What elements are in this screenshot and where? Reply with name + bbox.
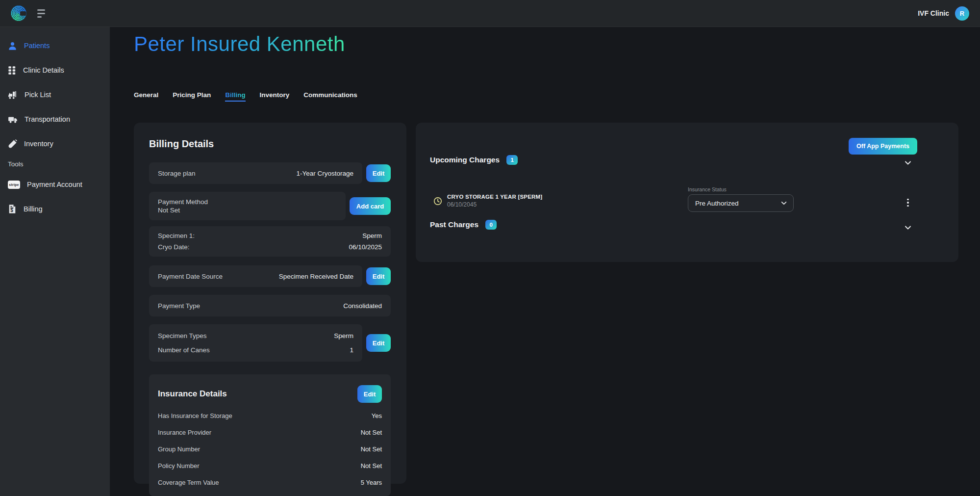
chevron-down-icon[interactable] [904,224,912,232]
payment-type-label: Payment Type [158,302,200,310]
user-avatar[interactable]: R [955,6,969,21]
group-number-label: Group Number [158,445,200,453]
top-bar: IVF Clinic R [0,0,980,27]
sidebar-item-inventory[interactable]: Inventory [8,134,102,154]
sidebar-item-pick-list[interactable]: Pick List [8,85,102,104]
tab-communications[interactable]: Communications [303,91,357,102]
app-root: IVF Clinic R Patients Clinic Details Pic… [0,0,980,496]
charge-name: CRYO STORAGE 1 YEAR [SPERM] [447,194,542,200]
test-tube-icon [8,139,17,149]
charge-actions-menu-icon[interactable] [904,196,912,209]
payment-type-row: Payment Type Consolidated [149,295,391,316]
upcoming-charges-header: Upcoming Charges 1 [430,155,518,165]
insurance-status-select[interactable]: Pre Authorized [688,194,794,212]
past-charges-label: Past Charges [430,220,478,229]
sidebar-item-patients[interactable]: Patients [8,36,102,55]
past-charges-count-badge: 0 [485,220,497,230]
sidebar-item-transportation[interactable]: Transportation [8,109,102,129]
has-insurance-label: Has Insurance for Storage [158,412,232,419]
sidebar-item-label: Clinic Details [23,66,64,74]
tab-general[interactable]: General [134,91,158,102]
insurance-row: Has Insurance for Storage Yes [158,412,382,419]
coverage-term-value: 5 Years [361,479,382,486]
sidebar-item-label: Inventory [24,140,53,148]
payment-date-source-value: Specimen Received Date [279,273,353,280]
insurance-provider-label: Insurance Provider [158,429,211,436]
off-app-payments-button[interactable]: Off App Payments [849,138,917,155]
billing-card-title: Billing Details [149,138,391,150]
payment-method-value: Not Set [158,207,337,214]
past-charges-header: Past Charges 0 [430,220,497,230]
main-content: Peter Insured Kenneth General Pricing Pl… [110,27,980,496]
sidebar-item-label: Transportation [25,115,70,123]
logo-notch [20,11,26,16]
app-logo-icon[interactable] [11,5,26,21]
payment-type-value: Consolidated [343,302,382,310]
sidebar-item-label: Patients [24,42,50,50]
tab-bar: General Pricing Plan Billing Inventory C… [134,91,958,102]
insurance-provider-value: Not Set [361,429,382,436]
payment-date-source-box: Payment Date Source Specimen Received Da… [149,265,362,287]
insurance-status-label: Insurance Status [688,186,794,192]
insurance-row: Insurance Provider Not Set [158,429,382,436]
insurance-details-title: Insurance Details [158,389,227,399]
forklift-icon [8,90,18,100]
policy-number-value: Not Set [361,462,382,470]
charges-panel: Off App Payments Upcoming Charges 1 CRYO… [416,123,958,262]
payment-type-box: Payment Type Consolidated [149,295,391,316]
insurance-edit-button[interactable]: Edit [357,385,382,403]
specimen-types-row: Specimen Types Sperm Number of Canes 1 E… [149,324,391,362]
payment-method-box: Payment Method Not Set [149,192,346,220]
topbar-right: IVF Clinic R [918,6,969,21]
insurance-row: Group Number Not Set [158,445,382,453]
billing-details-card: Billing Details Storage plan 1-Year Cryo… [134,123,406,484]
storage-plan-label: Storage plan [158,170,196,177]
tab-pricing-plan[interactable]: Pricing Plan [173,91,211,102]
payment-date-source-row: Payment Date Source Specimen Received Da… [149,265,391,287]
sidebar-item-clinic-details[interactable]: Clinic Details [8,60,102,80]
specimen-types-value: Sperm [334,332,353,339]
tab-billing[interactable]: Billing [225,91,245,102]
chevron-down-icon [780,200,787,207]
insurance-row: Policy Number Not Set [158,462,382,470]
policy-number-label: Policy Number [158,462,200,470]
charge-text: CRYO STORAGE 1 YEAR [SPERM] 06/10/2045 [447,194,542,208]
stripe-icon: stripe [8,181,20,189]
grid-icon [8,66,16,75]
payment-date-source-edit-button[interactable]: Edit [366,267,391,285]
add-card-button[interactable]: Add card [350,197,391,215]
truck-icon [8,115,18,124]
invoice-icon: $ [8,204,17,214]
person-icon [8,41,17,51]
specimen-1-value: Sperm [362,232,382,239]
storage-plan-edit-button[interactable]: Edit [366,164,391,182]
specimen-box: Specimen 1: Sperm Cryo Date: 06/10/2025 [149,226,391,257]
insurance-details-box: Insurance Details Edit Has Insurance for… [149,374,391,496]
chevron-down-icon[interactable] [904,159,912,167]
sidebar-item-payment-account[interactable]: stripe Payment Account [8,175,102,194]
sidebar-item-label: Payment Account [27,181,82,188]
insurance-row: Coverage Term Value 5 Years [158,479,382,486]
charge-date: 06/10/2045 [447,201,542,208]
insurance-status-value: Pre Authorized [695,200,739,207]
content-row: Billing Details Storage plan 1-Year Cryo… [134,123,958,484]
sidebar-tools-header: Tools [8,160,102,168]
sidebar-item-label: Pick List [25,91,51,99]
has-insurance-value: Yes [372,412,382,419]
menu-toggle-icon[interactable] [37,9,45,18]
clinic-name: IVF Clinic [918,9,949,17]
specimen-types-label: Specimen Types [158,332,207,339]
sidebar: Patients Clinic Details Pick List Transp… [0,27,110,496]
coverage-term-label: Coverage Term Value [158,479,219,486]
sidebar-item-billing[interactable]: $ Billing [8,199,102,219]
upcoming-charge-item[interactable]: CRYO STORAGE 1 YEAR [SPERM] 06/10/2045 [433,194,542,208]
specimen-types-edit-button[interactable]: Edit [366,334,391,352]
tab-inventory[interactable]: Inventory [260,91,290,102]
sidebar-item-label: Billing [24,205,43,213]
storage-plan-box: Storage plan 1-Year Cryostorage [149,162,362,184]
payment-method-row: Payment Method Not Set Add card [149,192,391,220]
upcoming-charges-label: Upcoming Charges [430,156,500,164]
number-of-canes-label: Number of Canes [158,346,210,354]
specimen-types-box: Specimen Types Sperm Number of Canes 1 [149,324,362,362]
number-of-canes-value: 1 [350,346,353,354]
